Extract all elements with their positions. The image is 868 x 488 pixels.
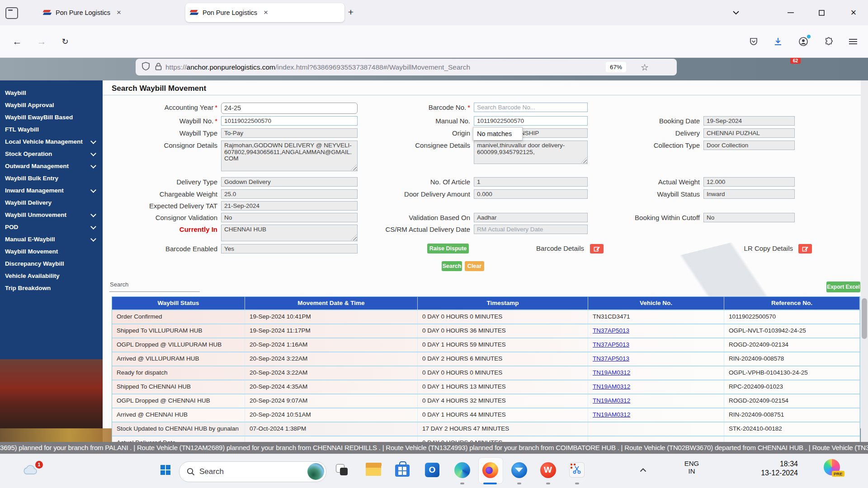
raise-dispute-button[interactable]: Raise Dispute [427,244,469,253]
vehicle-link[interactable]: TN19AM0312 [593,383,630,390]
close-tab-icon[interactable]: × [115,8,123,17]
field-value-cutoff: No [707,214,714,221]
browser-tab-active[interactable]: Pon Pure Logistics × [185,3,344,22]
sidebar-item-waybill-movement[interactable]: Waybill Movement [0,245,103,258]
lock-icon[interactable] [155,62,162,72]
new-tab-button[interactable]: + [344,6,357,19]
vehicle-link[interactable]: TN19AM0312 [593,369,630,376]
language-indicator[interactable]: ENGIN [682,460,702,475]
extensions-icon[interactable] [822,35,835,48]
sidebar-item-label: Outward Management [5,163,69,169]
sidebar-item-waybill-ewaybill-based[interactable]: Waybill EwayBill Based [0,111,103,123]
vehicle-link[interactable]: TN19AM0312 [593,397,630,404]
field-input-bdate[interactable]: 19-Sep-2024 [703,116,795,126]
sidebar-item-manual-e-waybill[interactable]: Manual E-Waybill [0,233,103,245]
sidebar-item-vehicle-availability[interactable]: Vehicle Availability [0,270,103,282]
resize-grip-icon[interactable] [351,235,357,240]
vehicle-link[interactable]: TN37AP5013 [593,327,629,334]
resize-grip-icon[interactable] [581,157,587,163]
tab-list-chevron-icon[interactable] [723,0,749,25]
sidebar-item-waybill-bulk-entry[interactable]: Waybill Bulk Entry [0,172,103,184]
table-row: Shipped To CHENNAI HUB20-Sep-2024 4:35AM… [112,380,860,394]
page-title: Search Waybill Movement [112,84,206,93]
firefox-view-icon[interactable] [5,7,18,19]
sidebar-menu: WaybillWaybill ApprovalWaybill EwayBill … [0,80,103,359]
sidebar-item-local-vehicle-management[interactable]: Local Vehicle Management [0,136,103,148]
tray-chevron-up-icon[interactable] [631,458,655,482]
field-input-csrm[interactable]: RM Actual Delivery Date [474,225,588,234]
browser-tab-inactive[interactable]: Pon Pure Logistics × [38,3,187,22]
sidebar-item-waybill-unmovement[interactable]: Waybill Unmovement [0,209,103,221]
table-header-movement-date-time: Movement Date & Time [245,297,418,310]
sidebar-item-pod[interactable]: POD [0,221,103,233]
url-bar[interactable]: https://anchor.ponpurelogistics.com/inde… [136,59,677,75]
back-icon[interactable]: ← [11,35,24,48]
downloads-icon[interactable] [771,35,785,48]
sidebar-item-waybill-delivery[interactable]: Waybill Delivery [0,197,103,209]
field-label-ctype: Collection Type [564,141,700,149]
forward-icon[interactable]: → [35,35,48,48]
field-label-dooramt: Door Delivery Amount [335,190,470,198]
sidebar-item-trip-breakdown[interactable]: Trip Breakdown [0,282,103,294]
field-input-cutoff[interactable]: No [703,213,795,222]
sidebar-item-waybill-approval[interactable]: Waybill Approval [0,99,103,111]
field-input-aweight[interactable]: 12.000 [703,177,795,187]
field-label-origin: Origin [335,129,470,137]
edge-icon[interactable] [450,458,474,482]
close-tab-icon[interactable]: × [262,8,270,17]
field-input-tat[interactable]: 21-Sep-2024 [221,201,358,211]
sidebar-item-ftl-waybill[interactable]: FTL Waybill [0,123,103,136]
firefox-icon[interactable] [478,458,502,482]
menu-hamburger-icon[interactable] [846,35,860,48]
field-input-wstatus[interactable]: Inward [703,189,795,199]
vehicle-link[interactable]: TN37AP5013 [593,341,629,348]
lr-copy-details-edit-button[interactable] [798,244,812,253]
file-explorer-icon[interactable] [362,458,385,482]
field-input-barcode[interactable]: Search Barcode No... [474,103,588,112]
window-minimize-button[interactable] [778,0,803,25]
table-header-reference-no-: Reference No. [724,297,860,310]
sidebar-item-inward-management[interactable]: Inward Management [0,184,103,197]
reload-icon[interactable]: ↻ [59,35,71,48]
sidebar-item-discrepancy-waybill[interactable]: Discrepancy Waybill [0,258,103,270]
page-scrollbar-track[interactable] [861,80,868,442]
chevron-down-icon [90,138,96,144]
sidebar-item-label: Waybill Movement [5,248,58,255]
snipping-tool-icon[interactable] [565,458,589,482]
sidebar-item-label: Waybill Delivery [5,199,52,206]
bookmark-star-icon[interactable]: ☆ [641,62,649,73]
account-icon[interactable] [797,35,810,48]
resize-grip-icon[interactable] [351,164,357,170]
search-highlight-image[interactable] [307,463,324,480]
export-excel-button[interactable]: Export Excel [826,282,860,292]
required-asterisk: * [215,103,217,111]
thunderbird-icon[interactable] [507,458,531,482]
sidebar-item-stock-operation[interactable]: Stock Operation [0,148,103,160]
field-input-ctype[interactable]: Door Collection [703,141,795,150]
page-scrollbar-thumb[interactable] [862,298,867,339]
start-button[interactable] [154,458,177,482]
vehicle-link[interactable]: TN37AP5013 [593,355,629,362]
microsoft-store-icon[interactable] [391,458,414,482]
zoom-level-badge[interactable]: 67% [606,62,626,72]
vehicle-link[interactable]: TN19AM0312 [593,411,630,418]
wps-office-icon[interactable]: W [536,458,560,482]
shield-icon[interactable] [142,62,150,72]
sidebar-item-waybill[interactable]: Waybill [0,87,103,99]
barcode-details-edit-button[interactable] [590,244,604,253]
pocket-icon[interactable] [747,35,760,48]
task-view-button[interactable] [330,458,354,482]
clear-button[interactable]: Clear [465,261,484,271]
copilot-pre-badge: PRE [832,471,844,477]
search-button[interactable]: Search [442,261,462,271]
taskbar-search[interactable]: Search [179,461,326,482]
field-input-delivery[interactable]: CHENNAI PUZHAL [703,128,795,138]
window-maximize-button[interactable] [809,0,834,25]
results-search-input[interactable] [109,282,200,292]
window-close-button[interactable]: × [841,0,866,25]
tray-clock[interactable]: 18:3413-12-2024 [753,460,798,478]
sidebar-item-outward-management[interactable]: Outward Management [0,160,103,172]
movement-table: Waybill StatusMovement Date & TimeTimest… [112,296,860,451]
outlook-icon[interactable]: O [420,458,444,482]
field-input-benabled[interactable]: Yes [221,244,358,253]
